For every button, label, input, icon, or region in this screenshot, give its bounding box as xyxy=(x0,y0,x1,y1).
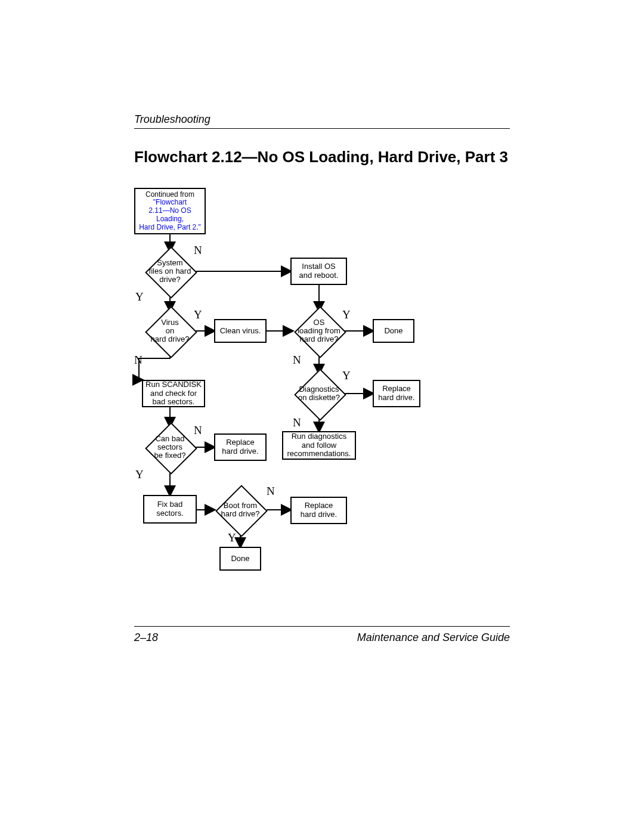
node-system-files: System files on hard drive? xyxy=(144,246,196,297)
node-can-fix: Can bad sectors be fixed? xyxy=(144,422,196,473)
node-diag-diskette: Diagnostics on diskette? xyxy=(293,368,345,419)
edge-label-n: N xyxy=(194,244,202,257)
page-number: 2–18 xyxy=(134,631,158,644)
node-scandisk: Run SCANDISK and check for bad sectors. xyxy=(142,380,205,407)
edge-label-n: N xyxy=(293,354,301,367)
page-header: Troubleshooting xyxy=(134,113,510,129)
edge-label-n: N xyxy=(134,354,143,367)
edge-label-y: Y xyxy=(194,308,202,321)
continued-link[interactable]: "Flowchart 2.11—No OS Loading, Hard Driv… xyxy=(139,198,201,231)
edge-label-y: Y xyxy=(135,468,144,481)
edge-label-y: Y xyxy=(135,290,144,304)
section-name: Troubleshooting xyxy=(134,113,210,125)
node-os-loading: OS loading from hard drive? xyxy=(293,305,345,357)
page: Troubleshooting Flowchart 2.12—No OS Loa… xyxy=(0,0,644,833)
flowchart-canvas: Continued from "Flowchart 2.11—No OS Loa… xyxy=(134,188,510,599)
edge-label-n: N xyxy=(267,485,275,498)
node-run-diagnostics: Run diagnostics and follow recommendatio… xyxy=(282,431,356,460)
node-virus: Virus on hard drive? xyxy=(144,305,196,357)
node-clean-virus: Clean virus. xyxy=(214,319,267,343)
node-done-2: Done xyxy=(219,547,261,571)
node-continued-from: Continued from "Flowchart 2.11—No OS Loa… xyxy=(134,188,206,234)
node-replace-hd-2: Replace hard drive. xyxy=(214,433,267,461)
edge-label-y: Y xyxy=(342,308,351,321)
node-done: Done xyxy=(373,319,414,343)
page-footer: 2–18 Maintenance and Service Guide xyxy=(134,626,510,644)
node-install-os: Install OS and reboot. xyxy=(290,258,347,285)
continued-prefix: Continued from xyxy=(145,190,194,199)
guide-title: Maintenance and Service Guide xyxy=(357,631,510,644)
node-fix-bad: Fix bad sectors. xyxy=(143,495,197,524)
edge-label-y: Y xyxy=(228,531,236,544)
node-replace-hd-1: Replace hard drive. xyxy=(373,380,420,407)
edge-label-n: N xyxy=(194,424,202,437)
node-boot-from: Boot from hard drive? xyxy=(215,484,266,535)
node-replace-hd-3: Replace hard drive. xyxy=(290,497,347,524)
edge-label-y: Y xyxy=(342,369,351,382)
edge-label-n: N xyxy=(293,416,301,429)
page-title: Flowchart 2.12—No OS Loading, Hard Drive… xyxy=(134,148,510,166)
